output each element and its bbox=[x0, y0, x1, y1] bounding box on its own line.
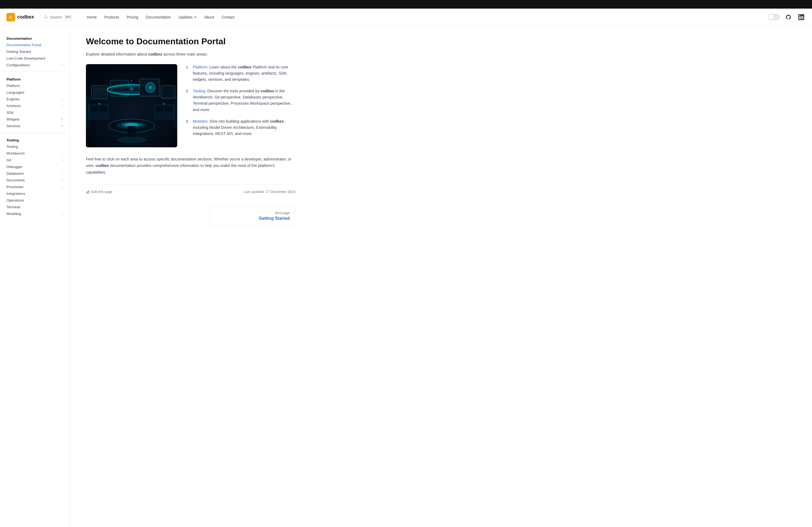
sidebar-item-services[interactable]: Services ↗ bbox=[0, 123, 70, 129]
platform-link[interactable]: Platform bbox=[193, 65, 207, 69]
chevron-right-icon-databases: › bbox=[62, 172, 63, 176]
sidebar-item-getting-started[interactable]: Getting Started bbox=[0, 48, 70, 55]
toggle-knob bbox=[768, 15, 774, 20]
nav-links: Home Products Pricing Documentation Upda… bbox=[87, 15, 768, 19]
sidebar-item-engines[interactable]: Engines › bbox=[0, 96, 70, 103]
sidebar-item-git[interactable]: Git › bbox=[0, 157, 70, 163]
sidebar-section-documentation: Documentation bbox=[0, 34, 70, 42]
sidebar-item-processes[interactable]: Processes › bbox=[0, 183, 70, 190]
chevron-right-icon-processes: › bbox=[62, 185, 63, 189]
top-bar bbox=[0, 0, 812, 9]
theme-toggle[interactable] bbox=[768, 14, 780, 20]
sidebar-item-workbench[interactable]: Workbench › bbox=[0, 150, 70, 157]
logo-icon: C bbox=[6, 13, 15, 21]
sidebar-item-sdk[interactable]: SDK › bbox=[0, 109, 70, 116]
svg-rect-34 bbox=[99, 106, 107, 111]
sidebar: Documentation Documentation Portal Getti… bbox=[0, 26, 70, 527]
linkedin-icon[interactable] bbox=[797, 13, 806, 21]
chevron-right-icon-artefacts: › bbox=[62, 104, 63, 108]
sidebar-item-operations[interactable]: Operations bbox=[0, 197, 70, 204]
numbered-list: 1. Platform: Learn about the codbex Plat… bbox=[186, 64, 295, 147]
svg-point-49 bbox=[163, 103, 164, 105]
svg-rect-37 bbox=[165, 106, 173, 111]
list-item-2: 2. Tooling: Discover the tools provided … bbox=[186, 88, 295, 113]
sidebar-item-terminal[interactable]: Terminal bbox=[0, 204, 70, 210]
list-num-2: 2. bbox=[186, 88, 190, 113]
svg-rect-47 bbox=[173, 96, 177, 129]
svg-rect-46 bbox=[86, 96, 90, 129]
chevron-right-icon-documents: › bbox=[62, 178, 63, 182]
chevron-right-icon-modeling: › bbox=[62, 212, 63, 216]
body-text: Feel free to click on each area to acces… bbox=[86, 156, 295, 176]
search-label: Search bbox=[50, 15, 62, 19]
svg-text:C: C bbox=[10, 15, 12, 19]
sidebar-item-tooling[interactable]: Tooling bbox=[0, 143, 70, 150]
last-updated: Last updated: 17 December 2024 bbox=[244, 190, 295, 194]
nav-pricing[interactable]: Pricing bbox=[127, 15, 138, 19]
nav-about[interactable]: About bbox=[204, 15, 214, 19]
svg-point-29 bbox=[149, 86, 152, 89]
sidebar-item-widgets[interactable]: Widgets ↗ bbox=[0, 116, 70, 123]
search-icon bbox=[44, 15, 48, 19]
list-num-1: 1. bbox=[186, 64, 190, 83]
edit-icon bbox=[86, 190, 90, 194]
list-text-1: Platform: Learn about the codbex Platfor… bbox=[193, 64, 295, 83]
content-area: 1. Platform: Learn about the codbex Plat… bbox=[86, 64, 295, 147]
search-shortcut: ⌘K bbox=[64, 15, 72, 19]
sidebar-item-documents[interactable]: Documents › bbox=[0, 177, 70, 183]
list-item-3: 3. Modules: Dive into building applicati… bbox=[186, 118, 295, 137]
github-icon[interactable] bbox=[784, 13, 793, 21]
next-page-card[interactable]: Next page Getting Started bbox=[209, 207, 295, 225]
sidebar-section-platform: Platform bbox=[0, 75, 70, 82]
page-title: Welcome to Documentation Portal bbox=[86, 36, 295, 46]
list-item-1: 1. Platform: Learn about the codbex Plat… bbox=[186, 64, 295, 83]
sidebar-item-documentation-portal[interactable]: Documentation Portal bbox=[0, 42, 70, 48]
chevron-right-icon: › bbox=[62, 63, 63, 67]
sidebar-item-integrations[interactable]: Integrations bbox=[0, 190, 70, 197]
nav-home[interactable]: Home bbox=[87, 15, 97, 19]
svg-point-48 bbox=[99, 103, 100, 105]
logo-text: codbex bbox=[17, 14, 34, 20]
hero-image bbox=[86, 64, 177, 147]
edit-link[interactable]: Edit this page bbox=[86, 190, 113, 194]
intro-text: Explore detailed information about codbe… bbox=[86, 51, 295, 58]
search-bar[interactable]: Search ⌘K bbox=[41, 13, 78, 21]
page-footer: Edit this page Last updated: 17 December… bbox=[86, 184, 295, 194]
body-highlight: codbex bbox=[95, 163, 109, 168]
nav-updates[interactable]: Updates bbox=[178, 15, 197, 19]
sidebar-item-configurations[interactable]: Configurations › bbox=[0, 62, 70, 69]
external-icon-services: ↗ bbox=[60, 124, 63, 128]
nav-contact[interactable]: Contact bbox=[221, 15, 234, 19]
main-content: Welcome to Documentation Portal Explore … bbox=[70, 26, 311, 527]
logo-area[interactable]: C codbex bbox=[6, 13, 34, 21]
list-num-3: 3. bbox=[186, 118, 190, 137]
modules-link[interactable]: Modules bbox=[193, 119, 207, 123]
svg-rect-33 bbox=[90, 106, 98, 111]
sidebar-item-platform[interactable]: Platform bbox=[0, 82, 70, 89]
list-text-3: Modules: Dive into building applications… bbox=[193, 118, 295, 137]
sidebar-item-low-code-development[interactable]: Low-Code Development bbox=[0, 55, 70, 62]
header: C codbex Search ⌘K Home Products Pricing… bbox=[0, 9, 812, 26]
layout: Documentation Documentation Portal Getti… bbox=[0, 26, 812, 527]
chevron-right-icon-engines: › bbox=[62, 97, 63, 101]
next-page-label: Next page bbox=[275, 211, 290, 215]
nav-documentation[interactable]: Documentation bbox=[146, 15, 171, 19]
external-icon-widgets: ↗ bbox=[60, 118, 63, 121]
sidebar-item-modeling[interactable]: Modeling › bbox=[0, 210, 70, 217]
svg-rect-36 bbox=[156, 106, 164, 111]
intro-highlight: codbex bbox=[148, 52, 162, 56]
sidebar-section-tooling: Tooling bbox=[0, 136, 70, 143]
chevron-right-icon-workbench: › bbox=[62, 152, 63, 155]
chevron-right-icon-git: › bbox=[62, 158, 63, 162]
list-text-2: Tooling: Discover the tools provided by … bbox=[193, 88, 295, 113]
nav-products[interactable]: Products bbox=[104, 15, 119, 19]
next-page-title: Getting Started bbox=[259, 216, 290, 221]
sidebar-item-artefacts[interactable]: Artefacts › bbox=[0, 103, 70, 109]
sidebar-item-databases[interactable]: Databases › bbox=[0, 170, 70, 177]
sidebar-item-debugger[interactable]: Debugger bbox=[0, 163, 70, 170]
tooling-link[interactable]: Tooling bbox=[193, 89, 205, 93]
divider-2 bbox=[0, 133, 70, 133]
chevron-down-icon bbox=[193, 16, 197, 19]
sidebar-item-languages[interactable]: Languages bbox=[0, 89, 70, 96]
header-actions bbox=[768, 13, 806, 21]
